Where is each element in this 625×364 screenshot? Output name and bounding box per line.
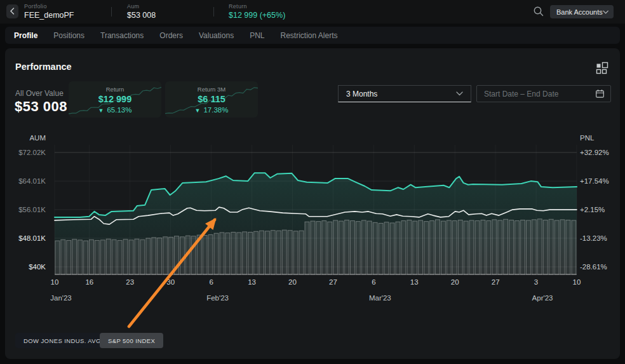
return-value: $12 999 (+65%) bbox=[229, 11, 285, 20]
aum-bar bbox=[106, 239, 111, 274]
x-tick-label: 10 bbox=[51, 278, 59, 286]
aum-info: Aum $53 008 bbox=[127, 3, 156, 20]
return-card-label: Return bbox=[69, 86, 161, 93]
chevron-down-icon bbox=[603, 10, 608, 14]
month-label: Apr'23 bbox=[532, 294, 553, 302]
period-select[interactable]: 3 Months bbox=[338, 85, 471, 102]
tab-pnl[interactable]: PNL bbox=[247, 30, 267, 41]
aum-bar bbox=[396, 222, 400, 274]
account-select[interactable]: Bank Accounts bbox=[550, 5, 614, 18]
aum-bar bbox=[532, 220, 536, 274]
aum-bar bbox=[243, 232, 247, 274]
aum-bar bbox=[322, 221, 326, 275]
aum-value: $53 008 bbox=[127, 11, 156, 20]
return-label: Return bbox=[229, 3, 285, 10]
portfolio-value: FEE_demoPF bbox=[24, 11, 74, 20]
x-tick-label: 6 bbox=[372, 278, 375, 286]
legend-dow-jones-button[interactable]: DOW JONES INDUS. AVG bbox=[15, 333, 109, 348]
aum-bar bbox=[481, 220, 485, 274]
top-bar: Portfolio FEE_demoPF Aum $53 008 Return … bbox=[0, 0, 625, 24]
aum-bar bbox=[469, 220, 474, 274]
aum-bar bbox=[118, 240, 122, 274]
aum-bar bbox=[527, 220, 531, 274]
aum-bar bbox=[305, 222, 309, 274]
aum-bar bbox=[333, 220, 338, 274]
aum-bar bbox=[152, 238, 156, 274]
pnl-axis-label: -13.23% bbox=[580, 234, 607, 242]
aum-bar bbox=[271, 231, 275, 274]
pnl-axis-label: -28.61% bbox=[580, 263, 607, 271]
month-label: Mar'23 bbox=[369, 294, 391, 302]
triangle-down-icon: ▼ bbox=[98, 107, 104, 114]
calendar-icon[interactable] bbox=[595, 89, 605, 98]
aum-bar bbox=[84, 241, 88, 274]
pnl-axis-label: +2.15% bbox=[580, 206, 605, 213]
tab-transactions[interactable]: Transactions bbox=[98, 30, 146, 41]
y-axis-label: $72.02K bbox=[18, 149, 46, 156]
aum-bar bbox=[61, 239, 65, 274]
month-label: Jan'23 bbox=[50, 294, 72, 302]
aum-bar bbox=[452, 221, 457, 275]
return-3m-card-change: ▼17.38% bbox=[165, 106, 258, 114]
tab-profile[interactable]: Profile bbox=[11, 30, 40, 41]
divider bbox=[213, 7, 214, 17]
tab-positions[interactable]: Positions bbox=[51, 30, 87, 41]
back-button[interactable] bbox=[6, 4, 18, 18]
account-select-value: Bank Accounts bbox=[556, 8, 603, 16]
return-card[interactable]: Return $12 999 ▼65.13% bbox=[69, 81, 161, 118]
aum-bar bbox=[413, 221, 417, 274]
aum-bar bbox=[265, 231, 270, 274]
date-range-input[interactable] bbox=[484, 90, 595, 98]
search-button[interactable] bbox=[533, 6, 544, 17]
return-card-value: $12 999 bbox=[69, 94, 161, 104]
aum-bar bbox=[276, 231, 281, 274]
x-tick-label: 20 bbox=[451, 278, 459, 286]
tab-orders[interactable]: Orders bbox=[157, 30, 185, 41]
aum-bar bbox=[390, 223, 394, 274]
y-axis-label: $48.01K bbox=[18, 234, 46, 242]
aum-bar bbox=[345, 220, 349, 274]
aum-bar bbox=[191, 236, 196, 274]
aum-bar bbox=[208, 234, 213, 274]
aum-bar bbox=[237, 233, 241, 274]
aum-bar bbox=[407, 220, 412, 274]
layout-widgets-button[interactable] bbox=[595, 61, 610, 76]
aum-bar bbox=[282, 230, 286, 274]
aum-bar bbox=[566, 220, 570, 274]
period-select-value: 3 Months bbox=[346, 90, 456, 98]
aum-bar bbox=[351, 221, 355, 275]
date-range-field bbox=[476, 85, 611, 102]
left-axis-title: AUM bbox=[29, 134, 46, 142]
y-axis-label: $56.01K bbox=[18, 206, 46, 213]
aum-bar bbox=[254, 231, 259, 274]
aum-bar bbox=[430, 221, 434, 275]
aum-bar bbox=[504, 219, 508, 274]
return-3m-card[interactable]: Return 3M $6 115 ▼17.38% bbox=[165, 81, 258, 118]
aum-bar bbox=[140, 239, 145, 274]
aum-bar bbox=[311, 221, 315, 274]
aum-bar bbox=[419, 220, 423, 274]
aum-bar bbox=[379, 223, 383, 274]
aum-bar bbox=[220, 233, 224, 274]
x-tick-label: 30 bbox=[166, 278, 175, 286]
pnl-axis-label: +17.54% bbox=[580, 177, 609, 185]
x-tick-label: 13 bbox=[410, 278, 419, 286]
return-3m-card-value: $6 115 bbox=[165, 94, 258, 104]
aum-bar bbox=[436, 220, 440, 274]
legend-sp500-button[interactable]: S&P 500 INDEX bbox=[100, 333, 163, 348]
aum-bar bbox=[464, 221, 468, 274]
x-tick-label: 13 bbox=[248, 278, 256, 286]
aum-bar bbox=[135, 239, 139, 274]
aum-bar bbox=[225, 233, 230, 274]
tab-restriction-alerts[interactable]: Restriction Alerts bbox=[278, 30, 340, 41]
aum-bar bbox=[543, 220, 548, 274]
aum-bar bbox=[356, 222, 360, 274]
aum-bar bbox=[299, 231, 304, 274]
aum-bar bbox=[549, 219, 553, 274]
tab-valuations[interactable]: Valuations bbox=[196, 30, 236, 41]
x-tick-label: 3 bbox=[534, 278, 538, 286]
aum-bar bbox=[260, 231, 264, 274]
triangle-down-icon: ▼ bbox=[195, 107, 201, 114]
aum-bar bbox=[361, 220, 366, 274]
chevron-down-icon bbox=[456, 91, 463, 96]
